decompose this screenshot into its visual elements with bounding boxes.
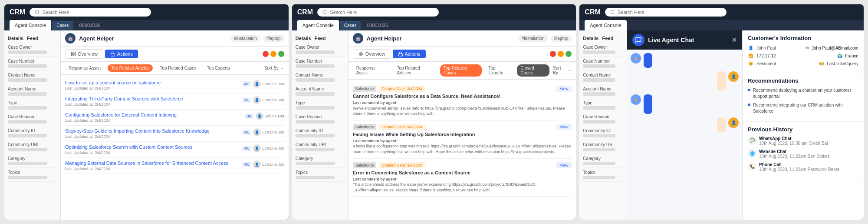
agent-nav-2: Overview Actions — [349, 47, 576, 62]
sentiment-icon: 😊 — [748, 60, 754, 67]
customer-ip: 172.17.12 — [756, 53, 776, 58]
tab-case-number-2[interactable]: 00001026 — [362, 20, 393, 30]
article-title-2[interactable]: Integrating Third-Party Content Sources … — [65, 96, 183, 101]
top-related-cases-2[interactable]: Top Related Cases — [440, 64, 482, 77]
history-date-2: 10th Aug 2020, 11:22am Ben Stokes — [759, 154, 830, 159]
overview-btn-1[interactable]: Overview — [65, 49, 103, 59]
article-item-1: How to set up a content source on salesf… — [65, 77, 284, 94]
view-btn-1[interactable]: View — [556, 86, 572, 92]
close-button[interactable]: ✕ — [732, 37, 737, 43]
tab-cases-2[interactable]: Cases — [340, 21, 361, 30]
details-tab-3[interactable]: Details — [583, 36, 598, 41]
article-info-2: Integrating Third-Party Content Sources … — [65, 96, 183, 107]
top-bar-1: CRM — [4, 4, 289, 20]
actions-btn-1[interactable]: Actions — [105, 50, 138, 58]
case-item-2: Salesforce Created Date: 3/4/2024 View F… — [353, 120, 572, 159]
article-title-6[interactable]: Managing External Data Sources in Salesf… — [65, 160, 228, 166]
details-tab-1[interactable]: Details — [8, 36, 23, 41]
nav-tabs-2: Agent Console Cases 00001026 — [292, 20, 576, 30]
customer-location: France — [845, 53, 858, 58]
article-title-1[interactable]: How to set up a content source on salesf… — [65, 80, 161, 85]
customer-info-section: Customer's Information 👤 John Paul ✉ Joh… — [743, 30, 864, 73]
tab-cases-1[interactable]: Cases — [52, 21, 73, 30]
tab-agent-console-3[interactable]: Agent Console — [585, 20, 626, 30]
closed-cases-2[interactable]: Closed Cases — [517, 64, 549, 77]
user-avatar-2: 👤 — [728, 117, 739, 128]
sf-contact-name: Contact Name — [8, 70, 57, 84]
details-tab-2[interactable]: Details — [296, 36, 311, 41]
svg-rect-7 — [359, 52, 361, 54]
sf3-type: Type — [583, 98, 623, 112]
search-bar-2[interactable] — [317, 8, 439, 17]
customer-email: John Paul@ABmail.com — [812, 46, 858, 50]
case-header-1: Salesforce Created Date: 3/4/2024 View — [353, 86, 572, 92]
svg-rect-8 — [362, 52, 363, 54]
panel-3: CRM Agent Console Details Feed Case Owne… — [579, 4, 864, 220]
sort-icon-2 — [568, 68, 572, 73]
top-bar-2: CRM — [292, 4, 576, 20]
top-bar-3: CRM — [579, 4, 864, 20]
case-comment-1: We've encountered similar issues before:… — [353, 106, 572, 117]
sf-community-url: Community URL — [8, 140, 57, 154]
tag-laptop-1[interactable]: #laptop — [263, 35, 284, 42]
author-4: Lorraine Jon — [263, 130, 284, 134]
overview-btn-2[interactable]: Overview — [353, 49, 391, 59]
feed-tab-3[interactable]: Feed — [602, 36, 613, 41]
chat-bubble-3 — [644, 94, 652, 114]
nav-tabs-1: Agent Console Cases 00001026 — [4, 20, 289, 30]
sf3-account-name: Account Name — [583, 84, 623, 98]
view-btn-2[interactable]: View — [556, 124, 572, 130]
tab-agent-console-1[interactable]: Agent Console — [10, 20, 51, 30]
crm-logo-1: CRM — [10, 8, 25, 16]
articles-list-1: How to set up a content source on salesf… — [61, 75, 289, 220]
actions-btn-2[interactable]: Actions — [393, 50, 426, 58]
response-assist-1[interactable]: Response Assist — [65, 64, 104, 72]
sort-by-1[interactable]: Sort By — [264, 66, 284, 70]
sf2-case-owner: Case Owner — [296, 43, 345, 57]
case-comment-label-1: Last comment by agent: — [353, 100, 572, 106]
top-related-articles-2[interactable]: Top Related Articles — [393, 64, 436, 77]
search-input-3[interactable] — [618, 10, 721, 15]
sub-nav-1: Response Assist Top Related Articles Top… — [61, 62, 289, 75]
tag-laptop-2[interactable]: #laptop — [551, 35, 572, 42]
badge-6: 4K — [242, 162, 251, 167]
sort-by-2[interactable]: Sort By — [553, 66, 572, 75]
sub-nav-2: Response Assist Top Related Articles Top… — [349, 62, 576, 80]
case-date-2: Created Date: 3/4/2024 — [379, 124, 425, 130]
top-experts-2[interactable]: Top Experts — [485, 64, 514, 77]
sidebar-2: Details Feed Case Owner Case Number Cont… — [292, 30, 349, 220]
history-item-1: 💬 WhatsApp Chat 10th Aug 2020, 10:30 am … — [748, 136, 858, 146]
article-title-4[interactable]: Step-by-Step Guide to Importing Content … — [65, 128, 210, 134]
info-row-name: 👤 John Paul ✉ John Paul@ABmail.com — [748, 45, 858, 51]
rec-text-2: Recommend integrating our CRM solution w… — [753, 102, 858, 114]
top-related-articles-1[interactable]: Top Related Articles — [108, 64, 153, 72]
chat-messages: 🤖 👤 — [627, 50, 742, 220]
feed-tab-1[interactable]: Feed — [27, 36, 38, 41]
svg-rect-2 — [74, 52, 76, 54]
article-title-5[interactable]: Optimizing Salesforce Search with Custom… — [65, 144, 192, 150]
search-input-2[interactable] — [330, 10, 434, 15]
search-bar-3[interactable] — [605, 8, 727, 17]
crm-logo-3: CRM — [585, 8, 600, 16]
case-source-2: Salesforce — [353, 124, 377, 130]
agent-header-1: 🤖 Agent Helper #installation #laptop — [61, 30, 289, 47]
author-1: Lorraine Jon — [263, 82, 284, 86]
feed-tab-2[interactable]: Feed — [315, 36, 326, 41]
sf-type: Type — [8, 98, 57, 112]
tag-installation-1[interactable]: #installation — [230, 35, 260, 42]
history-channel-2: Website Chat — [759, 149, 830, 154]
top-related-cases-1[interactable]: Top Related Cases — [156, 64, 200, 72]
history-info-3: Phone Call 10th Aug 2020, 11:22am Passwo… — [759, 162, 839, 172]
top-experts-1[interactable]: Top Experts — [204, 64, 233, 72]
main-content-3: Details Feed Case Owner Case Number Cont… — [579, 30, 864, 220]
history-channel-3: Phone Call — [759, 162, 839, 167]
tab-agent-console-2[interactable]: Agent Console — [297, 20, 339, 30]
response-assist-2[interactable]: Response Assist — [353, 64, 390, 77]
tab-case-number-1[interactable]: 00001026 — [74, 20, 106, 30]
article-title-3[interactable]: Configuring Salesforce for External Cont… — [65, 112, 177, 117]
tag-installation-2[interactable]: #installation — [518, 35, 548, 42]
article-date-2: Last Updated at: 2/4/2024 — [65, 102, 183, 107]
search-bar-1[interactable] — [30, 8, 151, 17]
search-input-1[interactable] — [43, 10, 146, 15]
view-btn-3[interactable]: View — [556, 162, 572, 168]
